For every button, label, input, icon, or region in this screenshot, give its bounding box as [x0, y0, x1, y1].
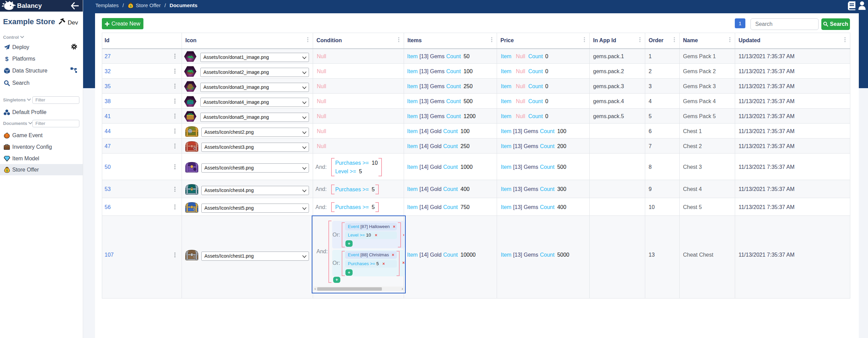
- svg-text:$: $: [6, 168, 8, 172]
- svg-text:$: $: [129, 4, 131, 8]
- svg-text:$: $: [5, 56, 9, 62]
